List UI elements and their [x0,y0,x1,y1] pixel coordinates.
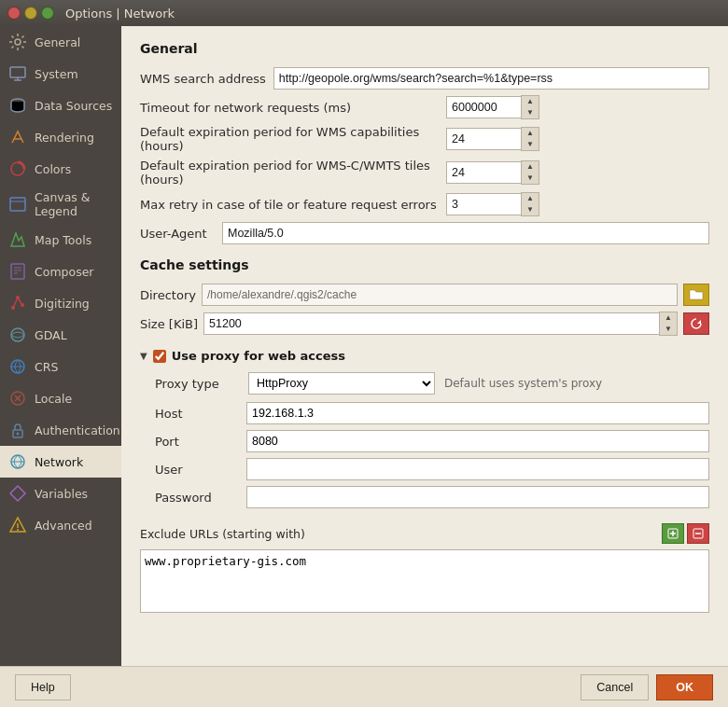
size-input[interactable] [203,312,659,335]
close-button[interactable] [7,7,21,20]
wmscap-input[interactable] [446,128,521,150]
colors-icon [7,159,28,179]
sidebar-item-locale[interactable]: Locale [0,382,121,414]
dir-label: Directory [140,288,196,302]
wmsc-down-button[interactable]: ▼ [522,173,539,184]
wmscap-spin-buttons: ▲ ▼ [521,127,539,151]
sidebar-label-authentication: Authentication [35,423,120,437]
network-icon [7,451,28,472]
wmsc-spinbox: ▲ ▼ [446,160,539,185]
wmsc-row: Default expiration period for WMS-C/WMTS… [140,159,709,187]
help-button[interactable]: Help [15,674,71,700]
collapse-arrow-icon[interactable]: ▼ [140,351,147,361]
sidebar-item-authentication[interactable]: Authentication [0,414,121,446]
maptools-icon [7,229,28,250]
sidebar-item-map-tools[interactable]: Map Tools [0,224,121,256]
cancel-button[interactable]: Cancel [581,674,649,700]
size-up-button[interactable]: ▲ [660,312,677,324]
sidebar-item-canvas-legend[interactable]: Canvas & Legend [0,185,121,224]
useragent-row: User-Agent [140,222,709,244]
dir-input[interactable] [202,284,678,306]
sidebar-item-crs[interactable]: CRS [0,351,121,382]
timeout-down-button[interactable]: ▼ [522,107,539,118]
sidebar-item-system[interactable]: System [0,58,121,90]
window-controls[interactable] [7,7,54,20]
sidebar-label-colors: Colors [35,162,71,176]
remove-url-button[interactable] [687,523,709,544]
wmsc-up-button[interactable]: ▲ [522,161,539,173]
content-area: General WMS search address Timeout for n… [121,26,728,666]
sidebar-label-rendering: Rendering [35,131,94,145]
proxy-checkbox[interactable] [153,350,166,363]
retry-spinbox: ▲ ▼ [446,192,539,216]
retry-row: Max retry in case of tile or feature req… [140,192,709,216]
sidebar-label-gdal: GDAL [35,328,67,342]
size-down-button[interactable]: ▼ [660,324,677,335]
port-row: Port [155,430,709,452]
sidebar-item-rendering[interactable]: Rendering [0,121,121,153]
useragent-input[interactable] [222,222,709,244]
port-input[interactable] [246,430,709,452]
timeout-spinbox: ▲ ▼ [446,95,539,119]
wmscap-down-button[interactable]: ▼ [522,139,539,150]
exclude-urls-textarea[interactable]: www.proprietary-gis.com [140,549,709,613]
digitizing-icon [7,293,28,313]
sidebar-item-advanced[interactable]: Advanced [0,509,121,541]
retry-input[interactable] [446,193,521,215]
sidebar-label-network: Network [35,455,83,469]
retry-down-button[interactable]: ▼ [522,204,539,215]
wmsc-input[interactable] [446,161,521,184]
canvas-icon [7,194,28,215]
sidebar-item-network[interactable]: Network [0,446,121,478]
crs-icon [7,356,28,377]
proxy-title: Use proxy for web access [172,349,345,363]
sidebar-item-variables[interactable]: Variables [0,478,121,509]
password-row: Password [155,486,709,508]
authentication-icon [7,420,28,440]
user-label: User [155,463,239,477]
wmscap-up-button[interactable]: ▲ [522,128,539,139]
cache-reset-button[interactable] [683,312,709,335]
folder-button[interactable] [683,284,709,306]
retry-up-button[interactable]: ▲ [522,193,539,204]
exclude-urls-section: Exclude URLs (starting with) www.proprie… [140,523,709,616]
proxy-section: ▼ Use proxy for web access Proxy type Ht… [140,349,709,508]
add-url-button[interactable] [662,523,684,544]
retry-label: Max retry in case of tile or feature req… [140,198,439,212]
host-row: Host [155,402,709,424]
host-input[interactable] [246,402,709,424]
sidebar-item-data-sources[interactable]: Data Sources [0,90,121,121]
user-input[interactable] [246,458,709,480]
minimize-button[interactable] [24,7,37,20]
wms-address-input[interactable] [273,67,709,90]
wmsc-label: Default expiration period for WMS-C/WMTS… [140,159,439,187]
sidebar-label-variables: Variables [35,487,88,501]
password-input[interactable] [246,486,709,508]
timeout-up-button[interactable]: ▲ [522,96,539,107]
wmscap-row: Default expiration period for WMS capabi… [140,125,709,153]
timeout-input[interactable] [446,96,521,118]
host-label: Host [155,407,239,421]
sidebar-item-composer[interactable]: Composer [0,256,121,287]
sidebar-label-data-sources: Data Sources [35,99,112,113]
exclude-buttons [662,523,709,544]
timeout-label: Timeout for network requests (ms) [140,101,439,115]
maximize-button[interactable] [41,7,54,20]
sidebar-label-digitizing: Digitizing [35,297,90,311]
svg-rect-5 [10,198,25,211]
sidebar-item-gdal[interactable]: GDAL [0,319,121,351]
svg-marker-25 [697,320,701,324]
exclude-header: Exclude URLs (starting with) [140,523,709,544]
locale-icon [7,388,28,409]
sidebar-label-canvas: Canvas & Legend [35,190,91,218]
sidebar-item-digitizing[interactable]: Digitizing [0,287,121,319]
advanced-icon [7,515,28,535]
ok-button[interactable]: OK [656,674,713,700]
window-title: Options | Network [65,7,175,21]
sidebar-item-colors[interactable]: Colors [0,153,121,185]
sidebar-item-general[interactable]: General [0,26,121,58]
size-spin-buttons: ▲ ▼ [659,312,678,336]
wmsc-spin-buttons: ▲ ▼ [521,160,539,185]
proxy-type-select[interactable]: HttpProxy Socks5Proxy DefaultProxy NoPro… [248,372,435,395]
svg-point-0 [15,39,21,45]
